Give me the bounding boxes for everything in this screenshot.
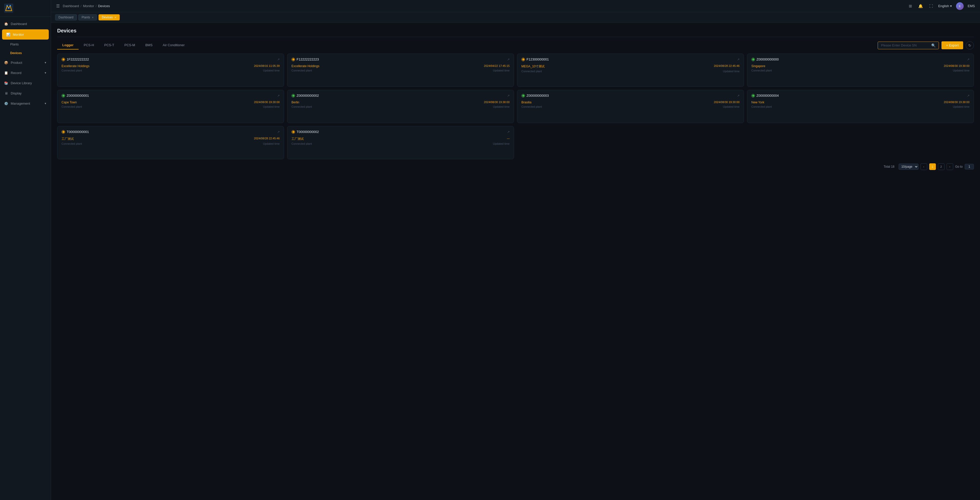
- device-label-row: Connected plant Updated time: [291, 105, 510, 108]
- device-label-row: Connected plant Updated time: [751, 69, 969, 72]
- device-info-row: Singapore 2024/08/30 19:30:00: [751, 64, 969, 68]
- close-icon[interactable]: ✕: [115, 16, 116, 19]
- tab-devices[interactable]: Devices ✕: [99, 14, 120, 21]
- device-label-row: Connected plant Updated time: [522, 105, 740, 108]
- device-plant-name: Excellerate Holdings: [291, 64, 319, 68]
- device-card[interactable]: ⬤ Z00000000004 ↗ New York 2024/08/30 19:…: [747, 90, 974, 123]
- device-label-row: Connected plant Updated time: [751, 105, 969, 108]
- filter-tab-pcs-m[interactable]: PCS-M: [119, 41, 140, 49]
- device-id-row: ⬤ Z00000000001: [62, 94, 89, 97]
- search-input[interactable]: [881, 43, 929, 47]
- device-label-row: Connected plant Updated time: [291, 69, 510, 72]
- user-avatar[interactable]: E: [956, 2, 964, 10]
- layout-icon[interactable]: ⊞: [908, 3, 913, 10]
- filter-tab-pcs-h[interactable]: PCS-H: [79, 41, 99, 49]
- device-sn: Z00000000004: [756, 94, 779, 97]
- breadcrumb-dashboard[interactable]: Dashboard: [63, 4, 79, 8]
- navigate-icon[interactable]: ↗: [507, 94, 510, 97]
- bell-icon[interactable]: 🔔: [917, 3, 924, 10]
- sidebar-item-management[interactable]: ⚙️ Management ▼: [0, 98, 51, 108]
- device-card[interactable]: ⬤ F12300000001 ↗ MEGA_10寸测试 2024/08/28 2…: [517, 54, 744, 87]
- sidebar-subitem-devices[interactable]: Devices: [0, 49, 51, 57]
- connected-plant-label: Connected plant: [62, 69, 82, 72]
- updated-time-label: Updated time: [953, 69, 969, 72]
- device-id-row: ⬤ T00000000001: [62, 130, 89, 134]
- device-card-header: ⬤ T00000000002 ↗: [291, 130, 510, 134]
- refresh-button[interactable]: ↻: [966, 41, 974, 49]
- chevron-down-icon: ▼: [44, 102, 47, 105]
- search-icon: 🔍: [931, 43, 935, 48]
- device-timestamp: 2024/08/30 19:30:00: [944, 64, 969, 68]
- device-card[interactable]: ⬤ Z00000000003 ↗ Brasilia 2024/08/30 19:…: [517, 90, 744, 123]
- sidebar-item-label: Monitor: [13, 33, 24, 37]
- tab-label: Devices: [102, 16, 113, 19]
- hamburger-icon[interactable]: ☰: [56, 3, 60, 8]
- filter-tab-bms[interactable]: BMS: [140, 41, 158, 49]
- sidebar-item-dashboard[interactable]: 🏠 Dashboard: [0, 19, 51, 29]
- breadcrumb-current: Devices: [98, 4, 110, 8]
- plants-label: Plants: [10, 43, 19, 46]
- export-label: + Export: [946, 43, 959, 47]
- device-label-row: Connected plant Updated time: [62, 142, 280, 145]
- svg-point-2: [6, 5, 8, 6]
- chevron-down-icon: ▼: [44, 72, 47, 74]
- next-page-button[interactable]: ›: [947, 163, 953, 170]
- sidebar-item-label: Dashboard: [11, 22, 27, 26]
- device-card[interactable]: ⬤ Z00000000002 ↗ Berlin 2024/08/30 19:30…: [287, 90, 514, 123]
- device-card[interactable]: ⬤ Z00000000000 ↗ Singapore 2024/08/30 19…: [747, 54, 974, 87]
- navigate-icon[interactable]: ↗: [277, 94, 280, 97]
- page-2-button[interactable]: 2: [938, 163, 945, 170]
- tab-plants[interactable]: Plants ✕: [78, 14, 97, 21]
- topbar: ☰ Dashboard / Monitor / Devices ⊞ 🔔 ⛶ En…: [51, 0, 980, 12]
- filter-tab-air-conditioner[interactable]: Air Conditioner: [158, 41, 190, 49]
- navigate-icon[interactable]: ↗: [967, 58, 969, 61]
- sidebar-item-display[interactable]: 🖥 Display: [0, 88, 51, 98]
- tab-dashboard[interactable]: Dashboard: [55, 14, 77, 21]
- page-size-select[interactable]: 10/page 20/page 50/page: [899, 164, 918, 170]
- display-icon: 🖥: [4, 91, 8, 95]
- device-card-header: ⬤ 1F2222222222 ↗: [62, 57, 280, 61]
- fullscreen-icon[interactable]: ⛶: [928, 3, 934, 9]
- navigate-icon[interactable]: ↗: [507, 130, 510, 134]
- sidebar-item-product[interactable]: 📦 Product ▼: [0, 57, 51, 68]
- updated-time-label: Updated time: [493, 69, 510, 72]
- goto-input[interactable]: [965, 164, 974, 169]
- device-timestamp: 2024/04/22 17:45:15: [484, 64, 510, 68]
- device-label-row: Connected plant Updated time: [62, 105, 280, 108]
- device-label-row: Connected plant Updated time: [62, 69, 280, 72]
- navigate-icon[interactable]: ↗: [967, 94, 969, 97]
- logo-area[interactable]: [0, 0, 51, 17]
- language-selector[interactable]: English ▾: [938, 4, 952, 8]
- sidebar-item-record[interactable]: 📋 Record ▼: [0, 68, 51, 78]
- export-button[interactable]: + Export: [942, 41, 963, 49]
- device-card[interactable]: ⬤ Z00000000001 ↗ Cape Town 2024/08/30 19…: [57, 90, 284, 123]
- device-plant-name: Cape Town: [62, 100, 77, 104]
- device-id-row: ⬤ Z00000000000: [751, 57, 779, 61]
- device-card[interactable]: ⬤ 1F2222222222 ↗ Excellerate Holdings 20…: [57, 54, 284, 87]
- updated-time-label: Updated time: [953, 105, 969, 108]
- sidebar-subitem-plants[interactable]: Plants: [0, 40, 51, 49]
- close-icon[interactable]: ✕: [92, 16, 94, 19]
- device-card[interactable]: ⬤ T00000000001 ↗ 工厂测试 2024/08/28 22:45:4…: [57, 126, 284, 159]
- navigate-icon[interactable]: ↗: [737, 58, 740, 61]
- updated-time-label: Updated time: [263, 105, 280, 108]
- prev-page-button[interactable]: ‹: [921, 163, 927, 170]
- device-info-row: Excellerate Holdings 2024/04/22 17:45:15: [291, 64, 510, 68]
- navigate-icon[interactable]: ↗: [277, 130, 280, 134]
- status-indicator: ⬤: [291, 130, 295, 134]
- breadcrumb-monitor[interactable]: Monitor: [83, 4, 94, 8]
- device-card-header: ⬤ T00000000001 ↗: [62, 130, 280, 134]
- navigate-icon[interactable]: ↗: [507, 58, 510, 61]
- navigate-icon[interactable]: ↗: [277, 58, 280, 61]
- device-card[interactable]: ⬤ F12222222223 ↗ Excellerate Holdings 20…: [287, 54, 514, 87]
- sidebar-item-device-library[interactable]: 📚 Device Library: [0, 78, 51, 88]
- page-1-button[interactable]: 1: [929, 163, 936, 170]
- sidebar-item-monitor[interactable]: 📊 Monitor: [2, 29, 49, 40]
- device-sn: F12300000001: [527, 57, 549, 61]
- device-card[interactable]: ⬤ T00000000002 ↗ 工厂测试 — Connected plant …: [287, 126, 514, 159]
- filter-tab-pcs-t[interactable]: PCS-T: [99, 41, 119, 49]
- user-name[interactable]: EMS: [968, 4, 975, 8]
- svg-point-3: [10, 5, 11, 6]
- navigate-icon[interactable]: ↗: [737, 94, 740, 97]
- filter-tab-logger[interactable]: Logger: [57, 41, 79, 49]
